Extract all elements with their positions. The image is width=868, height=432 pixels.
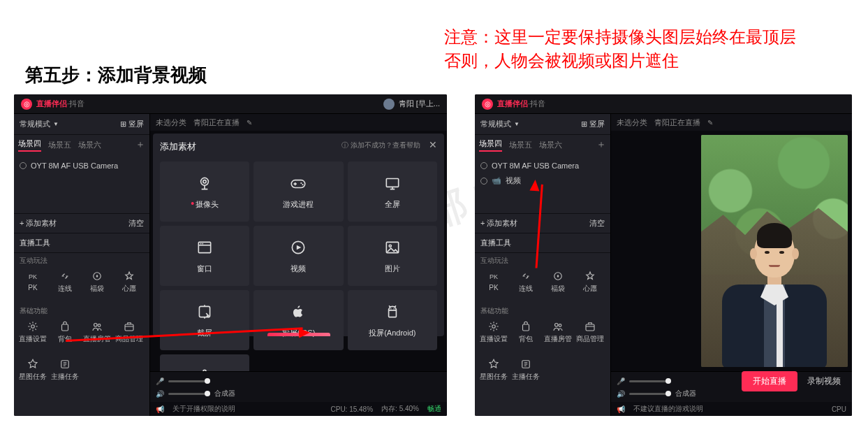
user-avatar-icon[interactable] — [383, 99, 395, 110]
speaker-icon[interactable]: 🔊 — [617, 390, 625, 398]
source-option-window[interactable]: 窗口 — [160, 226, 249, 286]
mic-slider[interactable] — [629, 380, 671, 382]
dialog-close-button[interactable]: ✕ — [429, 139, 437, 150]
app-logo-icon: ◎ — [482, 99, 493, 110]
pk-button[interactable]: PKPK — [478, 266, 510, 298]
svg-rect-32 — [586, 324, 594, 331]
btn-label: 连线 — [58, 284, 72, 294]
annotation-arrow-head-icon — [529, 180, 540, 192]
start-stream-button[interactable]: 开始直播 — [742, 371, 797, 391]
category-label[interactable]: 未选分类 — [156, 117, 186, 128]
goods-button[interactable]: 商品管理 — [574, 316, 606, 348]
add-source-button[interactable]: + 添加素材 — [480, 218, 517, 229]
scene-tab[interactable]: 场景四 — [18, 138, 41, 152]
mode-selector[interactable]: 常规模式▼ ⊞ 竖屏 — [14, 114, 149, 135]
preview-area[interactable] — [611, 131, 852, 371]
pk-icon: PK — [487, 270, 500, 282]
goods-button[interactable]: 商品管理 — [113, 316, 145, 348]
star-icon — [27, 358, 39, 370]
bottom-grid: 星图任务主播任务 — [475, 354, 610, 391]
scene-tab[interactable]: 场景五 — [48, 140, 71, 150]
setting-button[interactable]: 直播设置 — [478, 316, 510, 348]
category-label[interactable]: 未选分类 — [617, 117, 647, 128]
anchor-button[interactable]: 主播任务 — [510, 354, 542, 386]
stream-title[interactable]: 青阳正在直播 — [654, 117, 700, 128]
clear-sources-button[interactable]: 清空 — [128, 218, 144, 229]
notice-text[interactable]: 不建议直播的游戏说明 — [633, 404, 703, 414]
scene-tab[interactable]: 场景六 — [78, 140, 101, 150]
add-scene-button[interactable]: ＋ — [135, 138, 145, 151]
svg-rect-13 — [386, 178, 398, 187]
source-item[interactable]: OYT 8M AF USB Camera — [480, 159, 605, 173]
mode-selector[interactable]: 常规模式▼ ⊞ 竖屏 — [475, 114, 610, 135]
option-label: 全屏 — [385, 199, 400, 210]
synth-label[interactable]: 合成器 — [675, 389, 696, 398]
svg-point-30 — [555, 324, 559, 327]
camera-icon — [480, 178, 487, 185]
mic-icon[interactable]: 🎤 — [617, 377, 625, 385]
star-button[interactable]: 星图任务 — [17, 354, 49, 386]
option-label: 投屏(Android) — [369, 328, 415, 338]
pk-button[interactable]: PKPK — [17, 266, 49, 298]
source-option-capture[interactable]: 截屏 — [160, 290, 249, 350]
game-icon — [289, 174, 307, 194]
btn-label: 星图任务 — [480, 372, 508, 382]
add-source-button[interactable]: + 添加素材 — [20, 218, 57, 229]
backpack-button[interactable]: 背包 — [510, 316, 542, 348]
source-option-camera[interactable]: •摄像头 — [160, 161, 249, 222]
wish-button[interactable]: 心愿 — [574, 266, 606, 298]
dialog-help-link[interactable]: ⓘ 添加不成功？查看帮助 — [341, 141, 420, 150]
scene-tab[interactable]: 场景五 — [509, 140, 532, 150]
clear-sources-button[interactable]: 清空 — [589, 218, 605, 229]
video-icon — [289, 238, 307, 258]
pk-icon: PK — [27, 270, 39, 282]
speaker-icon[interactable]: 🔊 — [156, 390, 164, 398]
source-item[interactable]: OYT 8M AF USB Camera — [20, 159, 144, 173]
star-icon — [487, 358, 500, 370]
add-scene-button[interactable]: ＋ — [596, 138, 606, 151]
link-button[interactable]: 连线 — [49, 266, 81, 298]
group-interaction-label: 互动玩法 — [14, 253, 149, 266]
room-button[interactable]: 直播房管 — [542, 316, 574, 348]
presenter-figure — [715, 227, 834, 367]
notice-text[interactable]: 关于开播权限的说明 — [172, 404, 235, 414]
synth-label[interactable]: 合成器 — [214, 389, 235, 398]
source-option-collect[interactable]: 采集 — [160, 354, 249, 371]
btn-label: 主播任务 — [51, 372, 79, 382]
option-label: 窗口 — [197, 264, 212, 274]
room-button[interactable]: 直播房管 — [81, 316, 113, 348]
btn-label: 连线 — [519, 284, 533, 294]
stream-title[interactable]: 青阳正在直播 — [193, 117, 240, 128]
wish-button[interactable]: 心愿 — [113, 266, 145, 298]
edit-title-icon[interactable]: ✎ — [707, 119, 713, 127]
setting-button[interactable]: 直播设置 — [17, 316, 49, 348]
source-label: OYT 8M AF USB Camera — [31, 161, 118, 170]
source-option-image[interactable]: 图片 — [348, 226, 437, 286]
bag-button[interactable]: 福袋 — [542, 266, 574, 298]
mic-icon[interactable]: 🎤 — [156, 377, 164, 385]
orientation-button[interactable]: ⊞ 竖屏 — [120, 119, 144, 129]
bag-button[interactable]: 福袋 — [81, 266, 113, 298]
option-label: •摄像头 — [191, 199, 219, 210]
mic-slider[interactable] — [168, 380, 210, 382]
link-button[interactable]: 连线 — [510, 266, 542, 298]
source-option-video[interactable]: 视频 — [253, 226, 343, 286]
link-icon — [520, 270, 532, 282]
source-option-game[interactable]: 游戏进程 — [253, 161, 343, 222]
user-name[interactable]: 青阳 [早上... — [399, 99, 440, 109]
source-list: OYT 8M AF USB Camera — [14, 154, 149, 213]
record-button[interactable]: 录制视频 — [802, 371, 846, 391]
source-option-ios[interactable]: 投屏(iOS) — [253, 290, 343, 350]
edit-title-icon[interactable]: ✎ — [247, 119, 252, 127]
backpack-button[interactable]: 背包 — [49, 316, 81, 348]
scene-tab[interactable]: 场景四 — [479, 138, 502, 152]
orientation-button[interactable]: ⊞ 竖屏 — [581, 119, 605, 129]
anchor-button[interactable]: 主播任务 — [49, 354, 81, 386]
source-option-android[interactable]: 投屏(Android) — [348, 290, 437, 350]
scene-tab[interactable]: 场景六 — [539, 140, 562, 150]
star-button[interactable]: 星图任务 — [478, 354, 510, 386]
source-option-fullscreen[interactable]: 全屏 — [348, 161, 437, 222]
speaker-slider[interactable] — [168, 393, 210, 395]
speaker-slider[interactable] — [629, 393, 671, 395]
capture-icon — [196, 303, 214, 322]
